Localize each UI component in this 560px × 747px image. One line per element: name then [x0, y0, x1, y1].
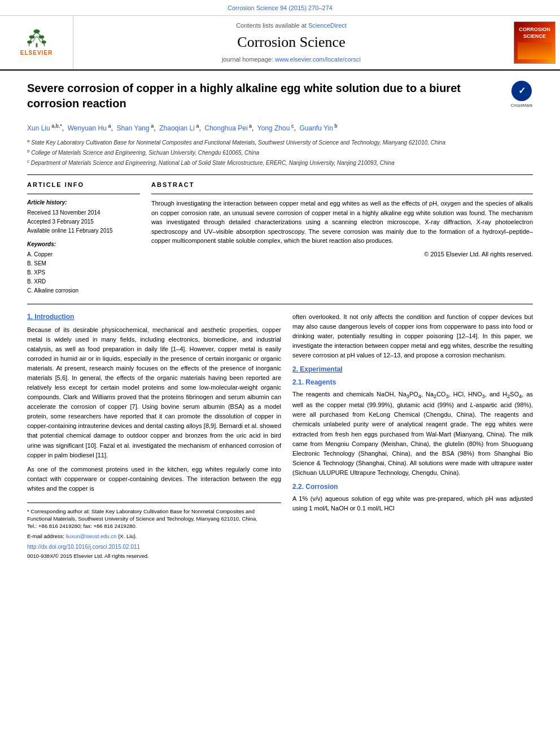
crossmark-area[interactable]: ✓ CrossMark — [510, 81, 533, 108]
article-title-text: Severe corrosion of copper in a highly a… — [27, 81, 505, 117]
body-intro-para2: As one of the commonest proteins used in… — [27, 465, 281, 493]
svg-point-2 — [29, 35, 34, 38]
email-label: E-mail address: — [27, 533, 66, 539]
history-received: Received 13 November 2014 — [27, 209, 140, 217]
section1-heading: 1. Introduction — [27, 312, 281, 322]
doi-link[interactable]: http://dx.doi.org/10.1016/j.corsci.2015.… — [27, 544, 140, 550]
author-chonghua-pei[interactable]: Chonghua Pei — [204, 124, 247, 132]
body-section: 1. Introduction Because of its desirable… — [27, 304, 533, 560]
journal-homepage-line: journal homepage: www.elsevier.com/locat… — [222, 55, 361, 64]
svg-point-1 — [33, 29, 40, 33]
keywords-label: Keywords: — [27, 241, 140, 248]
history-label: Article history: — [27, 199, 140, 207]
journal-title-area: Contents lists available at ScienceDirec… — [73, 16, 509, 69]
section2-heading: 2. Experimental — [292, 365, 533, 374]
body-intro-continued: often overlooked. It not only affects th… — [292, 312, 533, 360]
article-info-col: ARTICLE INFO Article history: Received 1… — [27, 181, 140, 296]
authors-line: Xun Liu a,b,*, Wenyuan Hu a, Shan Yang a… — [27, 123, 533, 133]
keyword-xps: B. XPS — [27, 269, 140, 277]
author-shan-yang[interactable]: Shan Yang — [116, 124, 149, 132]
abstract-label: ABSTRACT — [151, 181, 533, 189]
elsevier-text-label: ELSEVIER — [20, 49, 53, 57]
section2-2-heading: 2.2. Corrosion — [292, 482, 533, 492]
section2-1-text: The reagents and chemicals NaOH, Na3PO4,… — [292, 390, 533, 478]
author-yong-zhou[interactable]: Yong Zhou — [257, 124, 290, 132]
footnote-corresponding: * Corresponding author at: State Key Lab… — [27, 508, 264, 560]
journal-title: Corrosion Science — [237, 32, 345, 53]
section2-1-heading: 2.1. Reagents — [292, 378, 533, 387]
email-link[interactable]: liuxun@swust.edu.cn — [66, 533, 117, 539]
sciencedirect-link[interactable]: ScienceDirect — [308, 22, 347, 29]
publisher-logo-area: ELSEVIER — [0, 16, 73, 69]
top-bar: Corrosion Science 94 (2015) 270–274 — [0, 0, 560, 16]
affiliations: a State Key Laboratory Cultivation Base … — [27, 138, 533, 168]
keyword-xrd: B. XRD — [27, 278, 140, 286]
article-main: Severe corrosion of copper in a highly a… — [0, 71, 560, 570]
keyword-alkaline: C. Alkaline corrosion — [27, 287, 140, 295]
author-wenyuan-hu[interactable]: Wenyuan Hu — [68, 124, 107, 132]
abstract-text: Through investigating the interaction be… — [151, 199, 533, 246]
keyword-copper: A. Copper — [27, 251, 140, 259]
svg-point-3 — [38, 35, 44, 38]
elsevier-logo: ELSEVIER — [8, 27, 65, 58]
info-abstract-section: ARTICLE INFO Article history: Received 1… — [27, 181, 533, 296]
svg-point-5 — [41, 41, 46, 44]
svg-point-4 — [27, 41, 32, 44]
journal-header: ELSEVIER Contents lists available at Sci… — [0, 16, 560, 71]
crossmark-label: CrossMark — [511, 102, 533, 108]
footnotes-section: * Corresponding author at: State Key Lab… — [27, 503, 281, 560]
header-divider — [27, 174, 533, 175]
history-accepted: Accepted 3 February 2015 — [27, 218, 140, 226]
copyright-line: © 2015 Elsevier Ltd. All rights reserved… — [151, 250, 533, 259]
journal-cover-image: CORROSION SCIENCE — [514, 21, 555, 64]
journal-ref-link[interactable]: Corrosion Science 94 (2015) 270–274 — [228, 5, 333, 11]
body-right-col: often overlooked. It not only affects th… — [292, 312, 533, 560]
info-divider — [27, 194, 140, 194]
journal-homepage-link[interactable]: www.elsevier.com/locate/corsci — [275, 56, 361, 63]
body-left-col: 1. Introduction Because of its desirable… — [27, 312, 281, 560]
author-xun-liu[interactable]: Xun Liu — [27, 124, 50, 132]
author-guanfu-yin[interactable]: Guanfu Yin — [300, 124, 333, 132]
affil-c: c Department of Materials Science and En… — [27, 158, 533, 167]
elsevier-tree-icon — [20, 28, 54, 48]
article-info-label: ARTICLE INFO — [27, 181, 140, 189]
svg-rect-0 — [36, 43, 37, 47]
author-xun-liu-super: a,b,* — [50, 123, 62, 129]
keyword-sem: B. SEM — [27, 260, 140, 268]
affil-a: a State Key Laboratory Cultivation Base … — [27, 138, 533, 147]
affil-b: b College of Materials Science and Engin… — [27, 148, 533, 157]
article-title: Severe corrosion of copper in a highly a… — [27, 81, 505, 111]
abstract-col: ABSTRACT Through investigating the inter… — [151, 181, 533, 296]
cover-image-area: CORROSION SCIENCE — [509, 16, 560, 69]
abstract-divider — [151, 194, 533, 194]
body-intro-para1: Because of its desirable physicochemical… — [27, 325, 281, 460]
article-title-section: Severe corrosion of copper in a highly a… — [27, 81, 533, 117]
author-zhaoqian-li[interactable]: Zhaoqian Li — [159, 124, 195, 132]
contents-available-line: Contents lists available at ScienceDirec… — [236, 21, 347, 30]
section2-2-text: A 1% (v/v) aqueous solution of egg white… — [292, 494, 533, 513]
issn-line: 0010-938X/© 2015 Elsevier Ltd. All right… — [27, 552, 264, 560]
crossmark-icon[interactable]: ✓ — [511, 81, 532, 101]
history-available: Available online 11 February 2015 — [27, 227, 140, 235]
